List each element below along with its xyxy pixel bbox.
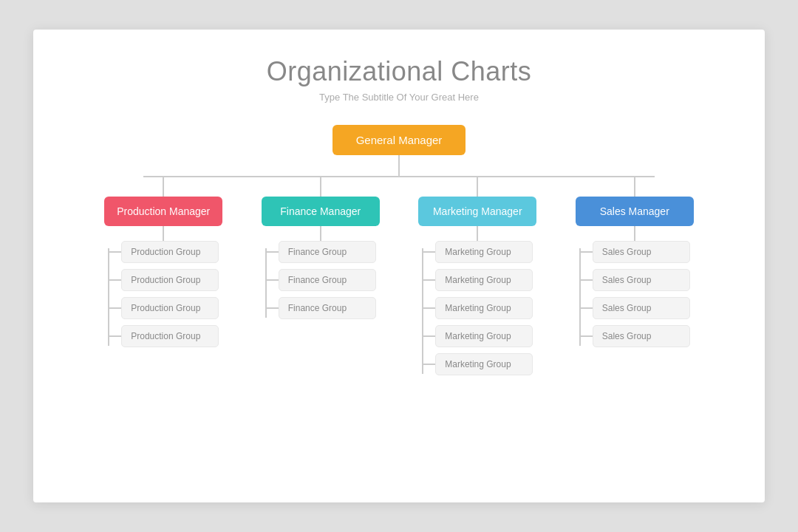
group-box: Sales Group bbox=[593, 241, 690, 263]
finance-group-list: Finance Group Finance Group Finance Grou… bbox=[265, 241, 376, 325]
group-box: Sales Group bbox=[593, 297, 690, 319]
list-item: Production Group bbox=[108, 325, 219, 347]
finance-v-line-mid bbox=[320, 226, 321, 241]
list-item: Production Group bbox=[108, 297, 219, 319]
page-title: Organizational Charts bbox=[267, 56, 532, 87]
group-box: Marketing Group bbox=[435, 353, 533, 375]
group-box: Finance Group bbox=[279, 241, 376, 263]
marketing-group-list: Marketing Group Marketing Group Marketin… bbox=[422, 241, 533, 381]
finance-v-line-top bbox=[320, 177, 321, 197]
group-box: Production Group bbox=[121, 241, 219, 263]
production-v-line-top bbox=[163, 177, 164, 197]
list-item: Sales Group bbox=[579, 297, 690, 319]
list-item: Finance Group bbox=[265, 297, 376, 319]
top-connector-line bbox=[398, 155, 400, 176]
org-chart: General Manager Production Manager Produ… bbox=[63, 125, 735, 381]
page-subtitle: Type The Subtitle Of Your Great Here bbox=[319, 92, 479, 103]
list-item: Production Group bbox=[108, 241, 219, 263]
production-manager-box: Production Manager bbox=[104, 197, 222, 226]
group-box: Sales Group bbox=[593, 325, 690, 347]
branch-sales: Sales Manager Sales Group Sales Group Sa… bbox=[556, 177, 714, 381]
group-box: Marketing Group bbox=[435, 297, 533, 319]
group-box: Production Group bbox=[121, 269, 219, 291]
sales-v-line-top bbox=[634, 177, 635, 197]
sales-manager-box: Sales Manager bbox=[576, 197, 694, 226]
group-box: Marketing Group bbox=[435, 325, 533, 347]
list-item: Finance Group bbox=[265, 241, 376, 263]
group-box: Sales Group bbox=[593, 269, 690, 291]
general-manager-box: General Manager bbox=[332, 125, 466, 155]
list-item: Sales Group bbox=[579, 269, 690, 291]
branch-production: Production Manager Production Group Prod… bbox=[85, 177, 242, 381]
branches-container: Production Manager Production Group Prod… bbox=[63, 177, 735, 381]
list-item: Marketing Group bbox=[422, 353, 533, 375]
sales-v-line-mid bbox=[634, 226, 635, 241]
list-item: Marketing Group bbox=[422, 269, 533, 291]
group-box: Finance Group bbox=[279, 297, 376, 319]
marketing-manager-box: Marketing Manager bbox=[418, 197, 536, 226]
production-group-list: Production Group Production Group Produc… bbox=[108, 241, 219, 353]
list-item: Marketing Group bbox=[422, 241, 533, 263]
marketing-v-line-mid bbox=[477, 226, 478, 241]
list-item: Production Group bbox=[108, 269, 219, 291]
group-box: Marketing Group bbox=[435, 269, 533, 291]
group-box: Production Group bbox=[121, 325, 219, 347]
group-box: Marketing Group bbox=[435, 241, 533, 263]
branch-finance: Finance Manager Finance Group Finance Gr… bbox=[242, 177, 400, 381]
list-item: Marketing Group bbox=[422, 325, 533, 347]
branch-marketing: Marketing Manager Marketing Group Market… bbox=[399, 177, 556, 381]
marketing-v-line-top bbox=[477, 177, 478, 197]
group-box: Production Group bbox=[121, 297, 219, 319]
list-item: Sales Group bbox=[579, 325, 690, 347]
slide: Organizational Charts Type The Subtitle … bbox=[33, 30, 765, 502]
production-v-line-mid bbox=[163, 226, 164, 241]
list-item: Finance Group bbox=[265, 269, 376, 291]
group-box: Finance Group bbox=[279, 269, 376, 291]
list-item: Sales Group bbox=[579, 241, 690, 263]
finance-manager-box: Finance Manager bbox=[262, 197, 380, 226]
sales-group-list: Sales Group Sales Group Sales Group Sale… bbox=[579, 241, 690, 353]
list-item: Marketing Group bbox=[422, 297, 533, 319]
